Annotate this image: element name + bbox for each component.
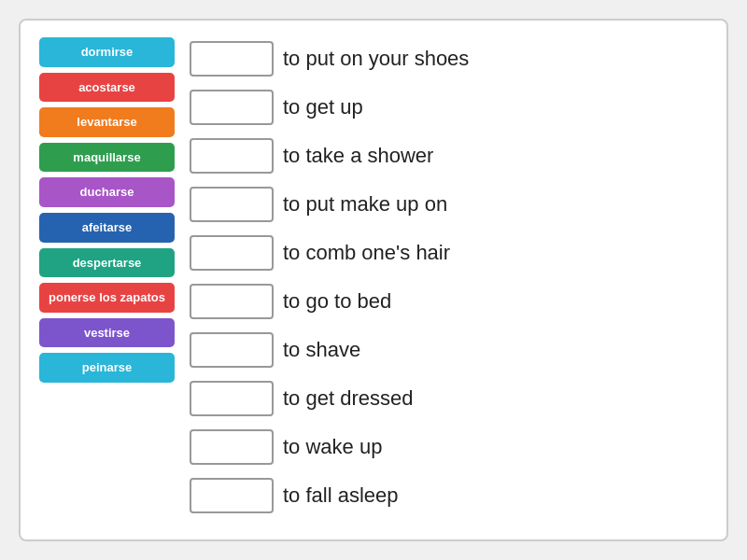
match-label-3: to take a shower (283, 144, 433, 168)
word-btn-levantarse[interactable]: levantarse (39, 107, 175, 137)
match-row-10: to fall asleep (190, 474, 708, 517)
main-card: dormirseacostarselevantarsemaquillarsedu… (19, 19, 728, 541)
match-list: to put on your shoesto get upto take a s… (190, 37, 708, 523)
word-btn-acostarse[interactable]: acostarse (39, 73, 175, 103)
match-label-5: to comb one's hair (283, 241, 450, 265)
word-btn-ponerse[interactable]: ponerse los zapatos (39, 283, 175, 313)
word-btn-ducharse[interactable]: ducharse (39, 177, 175, 207)
match-row-2: to get up (190, 86, 708, 129)
match-row-6: to go to bed (190, 280, 708, 323)
match-label-2: to get up (283, 95, 363, 119)
word-btn-despertarse[interactable]: despertarse (39, 248, 175, 278)
match-drop-box-2[interactable] (190, 90, 274, 125)
match-row-9: to wake up (190, 426, 708, 469)
match-label-10: to fall asleep (283, 483, 399, 508)
match-label-7: to shave (283, 338, 360, 362)
word-btn-afeitarse[interactable]: afeitarse (39, 213, 175, 243)
match-drop-box-5[interactable] (190, 235, 274, 271)
word-btn-peinarse[interactable]: peinarse (39, 353, 175, 383)
match-drop-box-8[interactable] (190, 381, 274, 416)
word-list: dormirseacostarselevantarsemaquillarsedu… (39, 37, 175, 523)
word-btn-vestirse[interactable]: vestirse (39, 318, 175, 348)
match-label-9: to wake up (283, 435, 382, 459)
match-drop-box-1[interactable] (190, 41, 274, 77)
match-label-4: to put make up on (283, 192, 447, 217)
match-drop-box-10[interactable] (190, 478, 274, 513)
word-btn-maquillarse[interactable]: maquillarse (39, 143, 175, 173)
match-row-5: to comb one's hair (190, 231, 708, 274)
match-row-1: to put on your shoes (190, 37, 708, 80)
match-drop-box-3[interactable] (190, 138, 274, 174)
match-row-3: to take a shower (190, 134, 708, 177)
match-label-8: to get dressed (283, 386, 413, 411)
match-drop-box-6[interactable] (190, 284, 274, 319)
match-row-8: to get dressed (190, 377, 708, 420)
match-label-6: to go to bed (283, 289, 391, 314)
match-label-1: to put on your shoes (283, 47, 469, 71)
match-drop-box-7[interactable] (190, 332, 274, 368)
word-btn-dormirse[interactable]: dormirse (39, 37, 175, 67)
match-row-4: to put make up on (190, 183, 708, 226)
match-drop-box-4[interactable] (190, 187, 274, 222)
match-row-7: to shave (190, 329, 708, 371)
match-drop-box-9[interactable] (190, 429, 274, 465)
